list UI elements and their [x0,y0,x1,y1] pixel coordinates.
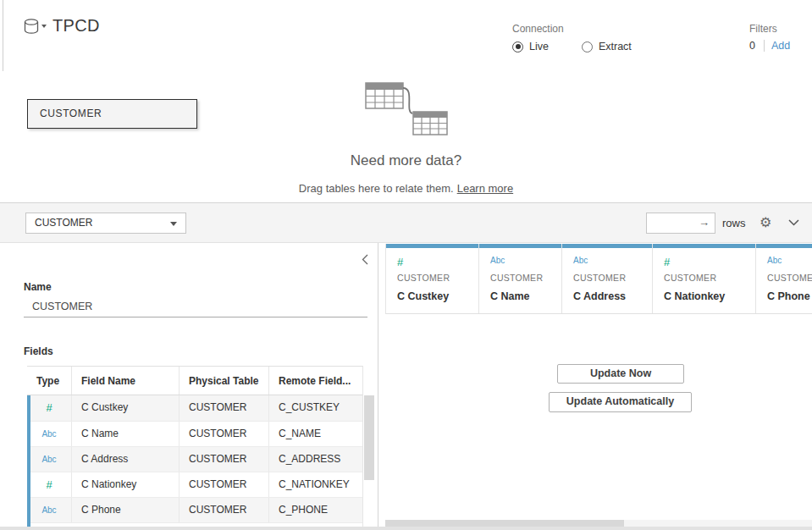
field-row-c-address[interactable]: Abc C Address CUSTOMER C_ADDRESS [27,446,362,472]
chevron-down-icon[interactable] [788,219,799,226]
grid-column-field: C Address [573,290,652,302]
physical-table-cell: CUSTOMER [180,498,269,522]
empty-state-title: Need more data? [0,152,812,169]
grid-column-table: CUSTOMER [397,273,478,283]
relationship-canvas: CUSTOMER Need more data? D [0,71,812,203]
fields-vertical-scrollbar[interactable] [364,395,374,480]
physical-table-cell: CUSTOMER [180,422,269,446]
grid-header-row: # CUSTOMER C Custkey Abc CUSTOMER C Name… [385,244,812,314]
filters-count: 0 [749,40,760,52]
table-name-input[interactable] [24,296,367,317]
remote-field-cell: C_NATIONKEY [269,472,363,497]
col-header-field-name[interactable]: Field Name [72,367,180,395]
table-selection-accent [27,395,30,528]
field-name-cell: C Address [72,447,180,472]
header: TPCD Connection Live Extract Filters 0 A… [0,0,812,71]
table-toolbar: CUSTOMER → rows ⚙ [0,203,812,243]
filters-divider [764,40,765,52]
fields-table: Type Field Name Physical Table Remote Fi… [27,366,363,528]
remote-field-cell: C_ADDRESS [269,447,363,472]
grid-column-c-name[interactable]: Abc CUSTOMER C Name [479,244,562,313]
grid-column-c-phone[interactable]: Abc CUSTOMER C Phone [756,244,812,313]
connection-label: Connection [512,23,665,35]
number-type-icon: # [27,395,72,421]
database-icon[interactable] [23,18,48,36]
field-row-c-name[interactable]: Abc C Name CUSTOMER C_NAME [27,421,362,446]
radio-extract[interactable]: Extract [582,41,632,52]
grid-column-c-address[interactable]: Abc CUSTOMER C Address [562,244,653,313]
table-select-value: CUSTOMER [35,217,92,229]
number-type-icon: # [397,256,478,269]
grid-column-c-nationkey[interactable]: # CUSTOMER C Nationkey [653,244,756,313]
string-type-icon: Abc [767,256,812,269]
field-row-c-custkey[interactable]: # C Custkey CUSTOMER C_CUSTKEY [27,395,362,421]
canvas-table-node-customer[interactable]: CUSTOMER [27,99,197,129]
col-header-type[interactable]: Type [27,367,72,395]
col-header-remote-field[interactable]: Remote Field... [269,367,363,395]
grid-column-table: CUSTOMER [664,273,755,283]
data-preview-grid: # CUSTOMER C Custkey Abc CUSTOMER C Name… [385,244,812,530]
radio-live[interactable]: Live [512,41,549,52]
physical-table-cell: CUSTOMER [180,395,269,421]
table-select-dropdown[interactable]: CUSTOMER [25,213,186,234]
learn-more-link[interactable]: Learn more [457,182,513,195]
field-name-cell: C Phone [72,498,180,522]
string-type-icon: Abc [27,447,72,472]
field-name-cell: C Nationkey [72,472,180,497]
rows-input[interactable] [646,213,715,234]
remote-field-cell: C_CUSTKEY [269,395,363,421]
empty-state-hint: Drag tables here to relate them.Learn mo… [0,182,812,195]
field-row-c-phone[interactable]: Abc C Phone CUSTOMER C_PHONE [27,497,362,522]
grid-column-table: CUSTOMER [490,273,561,283]
update-now-button[interactable]: Update Now [557,364,684,384]
radio-extract-label: Extract [599,41,632,52]
grid-column-field: C Name [490,290,561,302]
radio-live-label: Live [529,41,549,52]
radio-live-icon[interactable] [512,41,523,52]
grid-column-c-custkey[interactable]: # CUSTOMER C Custkey [386,244,479,313]
grid-horizontal-scrollbar[interactable] [385,520,812,527]
number-type-icon: # [27,472,72,497]
page-title: TPCD [52,16,100,36]
number-type-icon: # [664,256,755,269]
collapse-panel-icon[interactable] [362,254,368,265]
add-filter-link[interactable]: Add [771,40,790,52]
physical-table-cell: CUSTOMER [180,447,269,472]
update-automatically-button[interactable]: Update Automatically [549,392,692,412]
field-row-c-nationkey[interactable]: # C Nationkey CUSTOMER C_NATIONKEY [27,472,362,497]
connection-section: Connection Live Extract [512,23,665,52]
field-name-cell: C Custkey [72,395,180,421]
filters-label: Filters [749,23,790,35]
col-header-physical-table[interactable]: Physical Table [180,367,269,395]
radio-extract-icon[interactable] [582,41,593,52]
remote-field-cell: C_NAME [269,422,363,446]
relate-tables-illustration [364,81,450,137]
physical-table-cell: CUSTOMER [180,472,269,497]
rows-input-box: → [646,213,715,234]
string-type-icon: Abc [573,256,652,269]
fields-label: Fields [24,345,53,357]
rows-label: rows [722,217,745,229]
tableau-datasource-page: TPCD Connection Live Extract Filters 0 A… [0,0,812,530]
fields-table-header: Type Field Name Physical Table Remote Fi… [27,367,362,395]
grid-horizontal-scrollbar-thumb[interactable] [385,520,624,527]
grid-column-table: CUSTOMER [573,273,652,283]
table-details-panel: Name Fields Type Field Name Physical Tab… [0,243,378,530]
grid-column-field: C Phone [767,290,812,302]
grid-column-table: CUSTOMER [767,273,812,283]
name-label: Name [24,281,52,293]
filters-section: Filters 0 Add [749,23,790,52]
string-type-icon: Abc [27,498,72,522]
field-name-cell: C Name [72,422,180,446]
chevron-down-icon [170,222,177,226]
fields-table-body: # C Custkey CUSTOMER C_CUSTKEY Abc C Nam… [27,395,362,528]
grid-column-field: C Custkey [397,290,478,302]
string-type-icon: Abc [490,256,561,269]
string-type-icon: Abc [27,422,72,446]
window-bottom-edge [0,527,812,530]
gear-icon[interactable]: ⚙ [760,214,771,231]
empty-state-hint-text: Drag tables here to relate them. [299,182,454,195]
grid-column-field: C Nationkey [664,290,755,302]
remote-field-cell: C_PHONE [269,498,363,522]
